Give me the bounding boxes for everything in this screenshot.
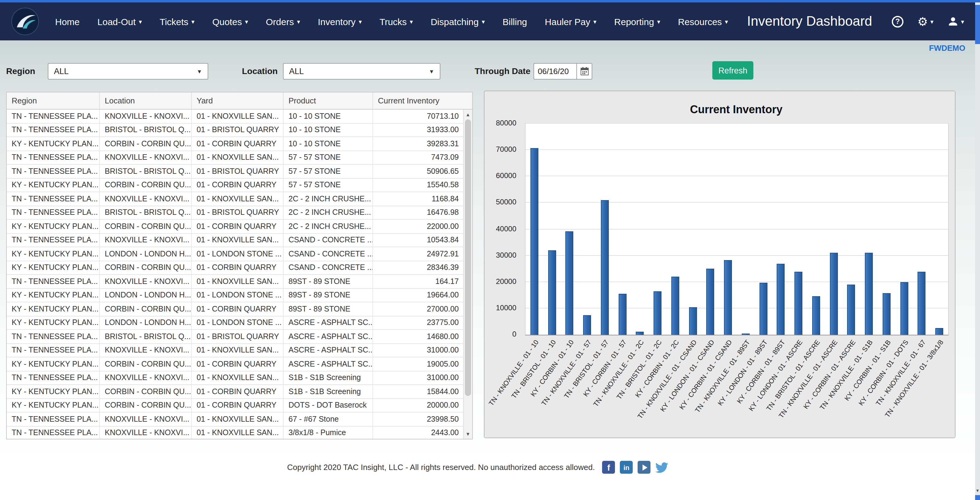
nav-item-label: Billing (503, 16, 527, 27)
page-scrollbar-thumb[interactable] (975, 5, 980, 44)
table-cell: S1B - S1B Screening (283, 371, 373, 384)
chevron-down-icon: ▾ (139, 19, 142, 25)
table-row[interactable]: TN - TENNESSEE PLA...KNOXVILLE - KNOXVI.… (7, 110, 463, 123)
chart-x-axis: TN - KNOXVILLE - 01 - 10TN - BRISTOL - 0… (525, 335, 948, 438)
table-row[interactable]: TN - TENNESSEE PLA...BRISTOL - BRISTOL Q… (7, 330, 463, 344)
nav-item-inventory[interactable]: Inventory▾ (318, 16, 362, 27)
chart-bar (671, 277, 679, 335)
table-cell: 31000.00 (373, 344, 463, 357)
table-row[interactable]: TN - TENNESSEE PLA...BRISTOL - BRISTOL Q… (7, 165, 463, 178)
table-row[interactable]: KY - KENTUCKY PLAN...LONDON - LONDON H..… (7, 247, 463, 261)
app-logo[interactable] (11, 7, 39, 35)
through-date-input[interactable] (533, 63, 576, 79)
table-row[interactable]: TN - TENNESSEE PLA...BRISTOL - BRISTOL Q… (7, 206, 463, 220)
help-button[interactable]: ? (892, 16, 904, 27)
chart-bar (689, 307, 697, 335)
column-header-current-inventory[interactable]: Current Inventory (373, 92, 472, 109)
table-row[interactable]: TN - TENNESSEE PLA...KNOXVILLE - KNOXVI.… (7, 275, 463, 289)
table-cell: TN - TENNESSEE PLA... (7, 165, 100, 178)
table-cell: KNOXVILLE - KNOXVI... (100, 413, 192, 425)
table-cell: 10 - 10 STONE (283, 110, 373, 123)
table-cell: 7473.09 (373, 151, 463, 164)
table-cell: KY - KENTUCKY PLAN... (7, 137, 100, 150)
nav-item-load-out[interactable]: Load-Out▾ (97, 16, 142, 27)
column-header-product[interactable]: Product (283, 92, 373, 109)
nav-item-tickets[interactable]: Tickets▾ (159, 16, 194, 27)
chevron-down-icon: ▾ (725, 19, 728, 25)
table-cell: 50906.65 (373, 165, 463, 178)
nav-item-label: Inventory (318, 16, 356, 27)
youtube-icon[interactable] (638, 461, 651, 474)
gear-icon: ⚙ (918, 16, 928, 27)
table-row[interactable]: TN - TENNESSEE PLA...KNOXVILLE - KNOXVI.… (7, 151, 463, 165)
facebook-icon[interactable]: f (602, 461, 615, 474)
table-row[interactable]: KY - KENTUCKY PLAN...CORBIN - CORBIN QU.… (7, 178, 463, 192)
scroll-up-arrow-icon[interactable]: ▲ (464, 110, 472, 119)
nav-item-dispatching[interactable]: Dispatching▾ (431, 16, 485, 27)
table-row[interactable]: KY - KENTUCKY PLAN...CORBIN - CORBIN QU.… (7, 302, 463, 316)
table-row[interactable]: TN - TENNESSEE PLA...KNOXVILLE - KNOXVI.… (7, 192, 463, 206)
table-scrollbar[interactable]: ▲ ▼ (463, 110, 472, 439)
column-header-location[interactable]: Location (100, 92, 192, 109)
table-cell: KY - KENTUCKY PLAN... (7, 178, 100, 192)
table-cell: CORBIN - CORBIN QU... (100, 220, 192, 233)
environment-link[interactable]: FWDEMO (929, 43, 965, 52)
nav-item-home[interactable]: Home (55, 16, 80, 27)
location-select[interactable]: ALL ▼ (283, 63, 441, 79)
table-cell: 10 - 10 STONE (283, 123, 373, 137)
page-scrollbar[interactable]: ▼ (975, 2, 980, 500)
table-row[interactable]: TN - TENNESSEE PLA...KNOXVILLE - KNOXVI.… (7, 413, 463, 426)
nav-menu: HomeLoad-Out▾Tickets▾Quotes▾Orders▾Inven… (55, 16, 728, 27)
nav-item-resources[interactable]: Resources▾ (678, 16, 728, 27)
table-cell: ASCRE - ASPHALT SC... (283, 316, 373, 329)
page-scroll-down-arrow-icon[interactable]: ▼ (975, 487, 980, 494)
user-menu-button[interactable]: ▾ (948, 16, 964, 27)
column-header-yard[interactable]: Yard (192, 92, 283, 109)
region-select[interactable]: ALL ▼ (48, 63, 208, 79)
chart-bar (654, 291, 662, 335)
table-row[interactable]: TN - TENNESSEE PLA...KNOXVILLE - KNOXVI.… (7, 371, 463, 385)
gridline (525, 229, 948, 229)
refresh-button[interactable]: Refresh (712, 61, 753, 79)
table-cell: KY - KENTUCKY PLAN... (7, 357, 100, 371)
table-row[interactable]: KY - KENTUCKY PLAN...CORBIN - CORBIN QU.… (7, 357, 463, 371)
table-row[interactable]: KY - KENTUCKY PLAN...CORBIN - CORBIN QU.… (7, 385, 463, 399)
nav-item-hauler-pay[interactable]: Hauler Pay▾ (545, 16, 596, 27)
table-row[interactable]: TN - TENNESSEE PLA...BRISTOL - BRISTOL Q… (7, 123, 463, 137)
table-row[interactable]: KY - KENTUCKY PLAN...CORBIN - CORBIN QU.… (7, 261, 463, 275)
nav-item-reporting[interactable]: Reporting▾ (614, 16, 660, 27)
table-cell: 01 - KNOXVILLE SAN... (192, 192, 283, 205)
table-cell: 164.17 (373, 275, 463, 288)
table-row[interactable]: TN - TENNESSEE PLA...KNOXVILLE - KNOXVI.… (7, 233, 463, 247)
table-cell: LONDON - LONDON H... (100, 289, 192, 302)
scroll-down-arrow-icon[interactable]: ▼ (464, 430, 472, 438)
table-scrollbar-thumb[interactable] (465, 119, 471, 396)
user-icon (948, 16, 959, 27)
table-cell: CSAND - CONCRETE ... (283, 247, 373, 260)
table-cell: 67 - #67 Stone (283, 413, 373, 425)
nav-item-trucks[interactable]: Trucks▾ (379, 16, 413, 27)
table-row[interactable]: TN - TENNESSEE PLA...KNOXVILLE - KNOXVI.… (7, 426, 463, 439)
nav-item-orders[interactable]: Orders▾ (266, 16, 300, 27)
table-row[interactable]: KY - KENTUCKY PLAN...CORBIN - CORBIN QU.… (7, 399, 463, 413)
table-cell: KY - KENTUCKY PLAN... (7, 261, 100, 274)
table-row[interactable]: KY - KENTUCKY PLAN...CORBIN - CORBIN QU.… (7, 137, 463, 151)
column-header-region[interactable]: Region (7, 92, 100, 109)
settings-menu-button[interactable]: ⚙ ▾ (918, 16, 934, 27)
gridline (525, 281, 948, 282)
table-row[interactable]: KY - KENTUCKY PLAN...LONDON - LONDON H..… (7, 289, 463, 302)
table-cell: 15540.58 (373, 178, 463, 192)
table-row[interactable]: TN - TENNESSEE PLA...KNOXVILLE - KNOXVI.… (7, 344, 463, 357)
nav-item-quotes[interactable]: Quotes▾ (212, 16, 248, 27)
twitter-icon[interactable] (655, 461, 668, 474)
table-cell: KY - KENTUCKY PLAN... (7, 289, 100, 302)
table-row[interactable]: KY - KENTUCKY PLAN...LONDON - LONDON H..… (7, 316, 463, 330)
table-cell: 24972.91 (373, 247, 463, 260)
nav-item-billing[interactable]: Billing (503, 16, 527, 27)
y-tick-label: 60000 (486, 171, 516, 180)
table-row[interactable]: KY - KENTUCKY PLAN...CORBIN - CORBIN QU.… (7, 220, 463, 233)
table-cell: 01 - KNOXVILLE SAN... (192, 110, 283, 123)
linkedin-icon[interactable]: in (620, 461, 633, 474)
calendar-button[interactable] (576, 63, 592, 79)
through-date-label: Through Date (475, 66, 530, 76)
